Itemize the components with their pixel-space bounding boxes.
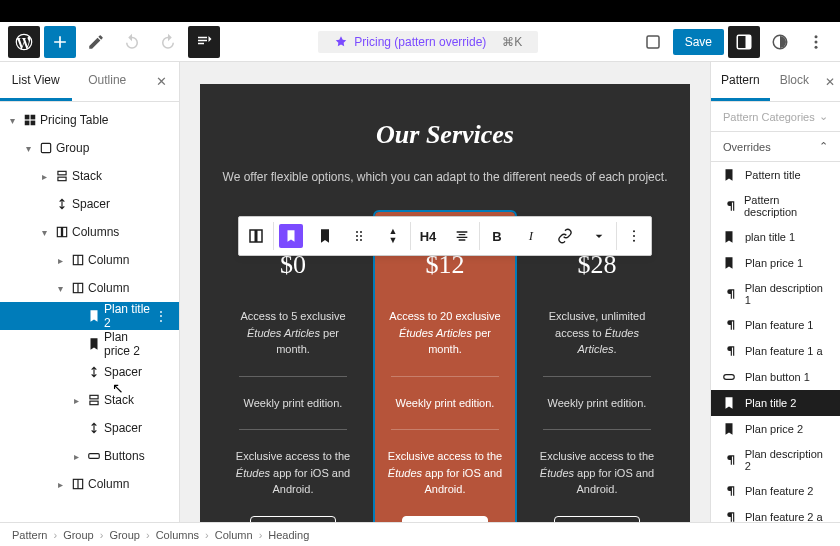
breadcrumb-column[interactable]: Column [215, 529, 253, 541]
breadcrumb-group[interactable]: Group [63, 529, 94, 541]
svg-point-31 [360, 239, 362, 241]
svg-rect-6 [25, 115, 30, 120]
tree-item-spacer[interactable]: Spacer⋮ [0, 414, 179, 442]
plan-3-line-3[interactable]: Exclusive access to the Études app for i… [537, 444, 657, 502]
tree-item-plan-title-2[interactable]: Plan title 2⋮ [0, 302, 179, 330]
plan-1[interactable]: Free $0 Access to 5 exclusive Études Art… [223, 212, 363, 522]
override-plan-price-2[interactable]: Plan price 2 [711, 416, 840, 442]
plan-1-line-2[interactable]: Weekly print edition. [233, 391, 353, 416]
override-plan-title-2[interactable]: Plan title 2 [711, 390, 840, 416]
plan-3[interactable]: Expert $28 Exclusive, unlimited access t… [527, 212, 667, 522]
tree-item-spacer[interactable]: Spacer⋮ [0, 190, 179, 218]
plan-3-line-1[interactable]: Exclusive, unlimited access to Études Ar… [537, 304, 657, 362]
link-button[interactable] [548, 216, 582, 256]
svg-point-3 [815, 35, 818, 38]
tools-button[interactable] [80, 26, 112, 58]
override-plan-price-1[interactable]: Plan price 1 [711, 250, 840, 276]
svg-rect-19 [90, 395, 98, 399]
add-block-button[interactable] [44, 26, 76, 58]
breadcrumb-columns[interactable]: Columns [156, 529, 199, 541]
view-button[interactable] [637, 26, 669, 58]
override-pattern-description[interactable]: Pattern description [711, 188, 840, 224]
override-plan-button-1[interactable]: Plan button 1 [711, 364, 840, 390]
crumb-label: Pricing (pattern override) [354, 35, 486, 49]
tree-item-column[interactable]: ▸Column⋮ [0, 470, 179, 498]
drag-handle[interactable] [342, 216, 376, 256]
override-plan-description-1[interactable]: Plan description 1 [711, 276, 840, 312]
override-bookmark-active[interactable] [274, 216, 308, 256]
svg-rect-11 [58, 171, 66, 175]
override-bookmark[interactable] [308, 216, 342, 256]
override-plan-title-1[interactable]: plan title 1 [711, 224, 840, 250]
canvas-wrap: Our Services We offer flexible options, … [180, 62, 710, 522]
svg-point-29 [360, 235, 362, 237]
override-plan-description-2[interactable]: Plan description 2 [711, 442, 840, 478]
save-button[interactable]: Save [673, 29, 724, 55]
tab-block[interactable]: Block [770, 62, 819, 101]
main-layout: List View Outline ✕ ▾Pricing Table⋮▾Grou… [0, 62, 840, 522]
svg-point-26 [356, 231, 358, 233]
override-pattern-title[interactable]: Pattern title [711, 162, 840, 188]
plan-2-line-3[interactable]: Exclusive access to the Études app for i… [385, 444, 505, 502]
plan-1-line-1[interactable]: Access to 5 exclusive Études Articles pe… [233, 304, 353, 362]
settings-sidebar-toggle[interactable] [728, 26, 760, 58]
block-options[interactable] [617, 216, 651, 256]
services-subtitle[interactable]: We offer flexible options, which you can… [220, 170, 670, 184]
move-updown[interactable]: ▲▼ [376, 216, 410, 256]
breadcrumb-group[interactable]: Group [109, 529, 140, 541]
tab-list-view[interactable]: List View [0, 62, 72, 101]
tree-item-stack[interactable]: ▸Stack⋮ [0, 162, 179, 190]
section-categories[interactable]: Pattern Categories⌄ [711, 102, 840, 132]
override-plan-feature-1-a[interactable]: Plan feature 1 a [711, 338, 840, 364]
tree-item-column[interactable]: ▾Column⋮ [0, 274, 179, 302]
top-center: Pricing (pattern override) ⌘K [224, 31, 633, 53]
plan-1-line-3[interactable]: Exclusive access to the Études app for i… [233, 444, 353, 502]
redo-button[interactable] [152, 26, 184, 58]
left-panel-close[interactable]: ✕ [143, 62, 179, 101]
override-plan-feature-2-a[interactable]: Plan feature 2 a [711, 504, 840, 522]
svg-rect-13 [57, 227, 61, 236]
tree-item-spacer[interactable]: Spacer⋮ [0, 358, 179, 386]
tree-item-plan-price-2[interactable]: Plan price 2⋮ [0, 330, 179, 358]
tab-pattern[interactable]: Pattern [711, 62, 770, 101]
tree-item-pricing-table[interactable]: ▾Pricing Table⋮ [0, 106, 179, 134]
svg-rect-35 [724, 375, 735, 380]
plan-2-line-1[interactable]: Access to 20 exclusive Études Articles p… [385, 304, 505, 362]
bold-button[interactable]: B [480, 216, 514, 256]
tab-outline[interactable]: Outline [72, 62, 144, 101]
more-options-button[interactable] [800, 26, 832, 58]
services-title[interactable]: Our Services [220, 120, 670, 150]
document-crumb[interactable]: Pricing (pattern override) ⌘K [318, 31, 538, 53]
tree-item-column[interactable]: ▸Column⋮ [0, 246, 179, 274]
override-plan-feature-1[interactable]: Plan feature 1 [711, 312, 840, 338]
block-type-button[interactable] [239, 216, 273, 256]
undo-button[interactable] [116, 26, 148, 58]
italic-button[interactable]: I [514, 216, 548, 256]
breadcrumb-heading[interactable]: Heading [268, 529, 309, 541]
editor-canvas[interactable]: Our Services We offer flexible options, … [200, 84, 690, 522]
left-tabs: List View Outline ✕ [0, 62, 179, 102]
align-button[interactable] [445, 216, 479, 256]
tree-item-stack[interactable]: ▸Stack⋮ [0, 386, 179, 414]
tree-item-buttons[interactable]: ▸Buttons⋮ [0, 442, 179, 470]
override-plan-feature-2[interactable]: Plan feature 2 [711, 478, 840, 504]
plan-1-subscribe-button[interactable]: Subscribe [250, 516, 337, 523]
tree-item-columns[interactable]: ▾Columns⋮ [0, 218, 179, 246]
svg-point-5 [815, 45, 818, 48]
section-overrides[interactable]: Overrides⌃ [711, 132, 840, 162]
tree-item-group[interactable]: ▾Group⋮ [0, 134, 179, 162]
right-panel-close[interactable]: ✕ [819, 62, 840, 101]
wp-logo[interactable] [8, 26, 40, 58]
plan-2[interactable]: Connoisseur $12 Access to 20 exclusive É… [375, 212, 515, 522]
plan-3-line-2[interactable]: Weekly print edition. [537, 391, 657, 416]
more-rich-text[interactable] [582, 216, 616, 256]
styles-button[interactable] [764, 26, 796, 58]
right-tabs: Pattern Block ✕ [711, 62, 840, 102]
plan-3-subscribe-button[interactable]: Subscribe [554, 516, 641, 523]
block-breadcrumb: Pattern›Group›Group›Columns›Column›Headi… [0, 522, 840, 546]
breadcrumb-pattern[interactable]: Pattern [12, 529, 47, 541]
plan-2-line-2[interactable]: Weekly print edition. [385, 391, 505, 416]
document-overview-button[interactable] [188, 26, 220, 58]
plan-2-subscribe-button[interactable]: Subscribe [402, 516, 489, 523]
heading-level[interactable]: H4 [411, 216, 445, 256]
